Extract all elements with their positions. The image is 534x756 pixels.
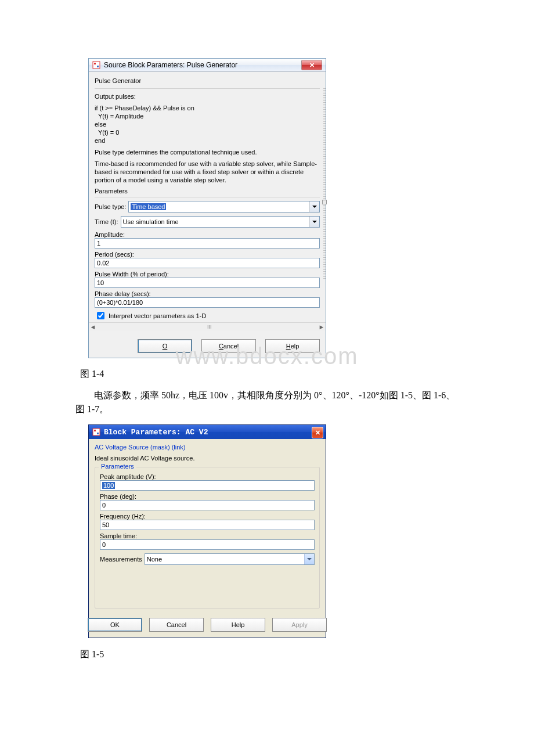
help-button[interactable]: Help <box>265 339 320 353</box>
svg-rect-5 <box>97 433 99 434</box>
divider <box>95 88 320 89</box>
divider <box>95 197 320 197</box>
block-name-label: Pulse Generator <box>95 77 320 85</box>
code-block: if (t >= PhaseDelay) && Pulse is on Y(t)… <box>95 104 320 145</box>
scroll-grip-icon: III <box>207 324 212 330</box>
mask-description: Ideal sinusoidal AC Voltage source. <box>95 454 320 462</box>
svg-rect-1 <box>94 63 96 64</box>
parameters-legend: Parameters <box>99 463 136 470</box>
measurements-label: Measurements <box>100 556 142 563</box>
dialog-body: AC Voltage Source (mask) (link) Ideal si… <box>89 439 326 612</box>
document-page: Source Block Parameters: Pulse Generator… <box>0 0 534 692</box>
horizontal-scrollbar[interactable]: ◄ III ► <box>89 322 326 331</box>
frequency-label: Frequency (Hz): <box>100 513 315 520</box>
figure-caption-1-5: 图 1-5 <box>80 649 459 661</box>
sample-time-input[interactable] <box>100 539 315 550</box>
measurements-value: None <box>147 556 162 563</box>
period-input[interactable] <box>95 258 320 268</box>
measurements-select[interactable]: None <box>145 553 315 565</box>
sample-time-label: Sample time: <box>100 532 315 539</box>
cancel-button[interactable]: Cancel <box>201 339 256 353</box>
time-label: Time (t): <box>95 218 118 225</box>
pulse-width-label: Pulse Width (% of period): <box>95 271 320 278</box>
time-value: Use simulation time <box>123 218 179 225</box>
chevron-down-icon <box>309 217 319 227</box>
pulse-generator-dialog: Source Block Parameters: Pulse Generator… <box>88 58 326 358</box>
phase-delay-input[interactable] <box>95 297 320 308</box>
interpret-1d-label: Interpret vector parameters as 1-D <box>109 312 206 319</box>
parameters-legend: Parameters <box>95 188 320 195</box>
phase-delay-label: Phase delay (secs): <box>95 290 320 297</box>
peak-amplitude-value: 100 <box>102 482 115 489</box>
pulse-width-input[interactable] <box>95 278 320 288</box>
dialog-footer: OK Cancel Help Apply <box>89 612 326 638</box>
vertical-scroll-hint[interactable] <box>323 88 326 280</box>
svg-rect-3 <box>93 429 100 435</box>
mask-link[interactable]: AC Voltage Source (mask) (link) <box>95 444 320 451</box>
close-icon: ✕ <box>309 62 315 69</box>
help-button[interactable]: Help <box>211 618 265 632</box>
phase-label: Phase (deg): <box>100 493 315 500</box>
ok-button[interactable]: O <box>138 339 192 353</box>
dialog-title: Block Parameters: AC V2 <box>104 428 208 437</box>
dialog-titlebar[interactable]: Block Parameters: AC V2 ✕ <box>89 425 326 439</box>
parameters-group: Parameters Peak amplitude (V): 100 Phase… <box>95 467 320 609</box>
dialog-title: Source Block Parameters: Pulse Generator <box>104 61 237 69</box>
scroll-left-icon: ◄ <box>89 323 97 331</box>
peak-amplitude-label: Peak amplitude (V): <box>100 473 315 480</box>
simulink-icon <box>92 428 100 436</box>
scroll-right-icon: ► <box>317 323 326 331</box>
period-label: Period (secs): <box>95 251 320 258</box>
cancel-button[interactable]: Cancel <box>149 618 204 632</box>
dialog-body: Pulse Generator Output pulses: if (t >= … <box>89 72 326 334</box>
svg-rect-0 <box>93 62 100 69</box>
empty-space <box>100 568 315 603</box>
amplitude-label: Amplitude: <box>95 231 320 238</box>
peak-amplitude-input[interactable]: 100 <box>100 480 315 491</box>
pulse-type-label: Pulse type: <box>95 203 126 210</box>
scroll-midtick <box>322 200 327 204</box>
svg-rect-4 <box>94 430 96 431</box>
pulse-type-desc: Pulse type determines the computational … <box>95 148 320 156</box>
interpret-1d-checkbox[interactable] <box>97 312 104 319</box>
close-button[interactable]: ✕ <box>301 60 322 70</box>
ok-button[interactable]: OK <box>88 618 142 632</box>
amplitude-input[interactable] <box>95 238 320 249</box>
svg-rect-2 <box>97 66 99 67</box>
dialog-titlebar[interactable]: Source Block Parameters: Pulse Generator… <box>89 59 326 72</box>
chevron-down-icon <box>309 201 319 212</box>
frequency-input[interactable] <box>100 520 315 530</box>
phase-input[interactable] <box>100 500 315 510</box>
time-select[interactable]: Use simulation time <box>121 216 320 228</box>
close-icon: ✕ <box>315 429 320 437</box>
dialog-footer: O Cancel Help <box>89 334 326 358</box>
simulink-icon <box>92 61 100 69</box>
close-button[interactable]: ✕ <box>312 427 323 438</box>
figure-caption-1-4: 图 1-4 <box>80 368 459 380</box>
body-paragraph: 电源参数，频率 50hz，电压 100v，其相限角度分别为 0°、120°、-1… <box>75 388 459 416</box>
output-pulses-label: Output pulses: <box>95 92 320 100</box>
pulse-type-select[interactable]: Time based <box>128 201 320 213</box>
solver-desc: Time-based is recommended for use with a… <box>95 160 320 184</box>
pulse-type-value: Time based <box>131 203 166 210</box>
chevron-down-icon <box>304 554 314 564</box>
apply-button[interactable]: Apply <box>272 618 327 632</box>
ac-voltage-dialog: Block Parameters: AC V2 ✕ AC Voltage Sou… <box>88 424 326 638</box>
